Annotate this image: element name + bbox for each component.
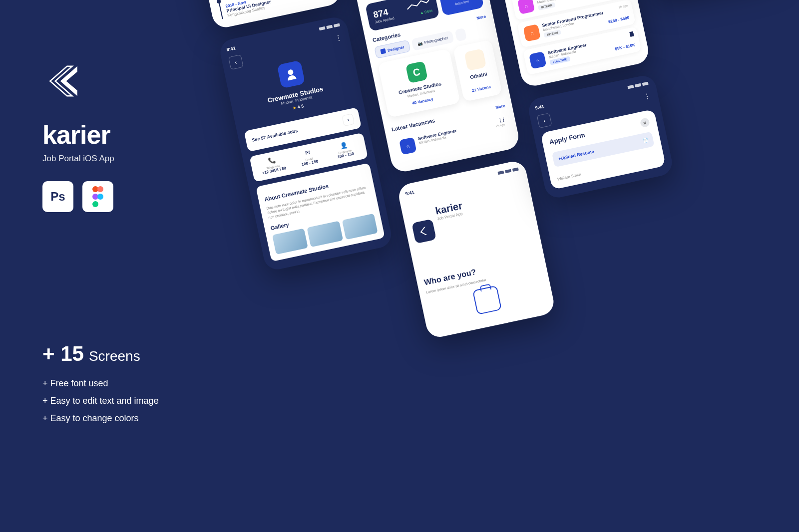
stat-interview[interactable]: 34 Interview bbox=[438, 0, 484, 16]
bookmark-icon[interactable] bbox=[499, 117, 504, 123]
app-logo bbox=[411, 219, 436, 244]
photoshop-icon: Ps bbox=[42, 181, 73, 212]
bookmark-icon[interactable] bbox=[629, 31, 634, 37]
category-chip[interactable] bbox=[454, 28, 467, 42]
company-logo: C bbox=[405, 61, 428, 83]
brand-name: karier bbox=[42, 120, 212, 150]
category-chip[interactable]: Designer bbox=[374, 40, 411, 59]
job-logo: ∩ bbox=[517, 0, 535, 14]
company-logo bbox=[277, 60, 305, 88]
apply-screen: 9:41 ‹ ⋮ ✕ Apply Form +Upload Resume 📄 W… bbox=[526, 73, 675, 200]
gallery-image[interactable] bbox=[272, 228, 308, 255]
designer-icon bbox=[380, 48, 386, 54]
search-screen: 9:41 ‹ Search Designer ✕ All Fulltime Fr… bbox=[486, 0, 651, 88]
figma-icon bbox=[82, 181, 113, 212]
briefcase-icon[interactable] bbox=[472, 285, 502, 314]
company-detail-screen: 9:41 ‹ ⋮ Crewmate Studios Medan, Indones… bbox=[218, 15, 394, 272]
svg-point-3 bbox=[97, 194, 103, 200]
splash-screen: 9:41 karier Job Portal App Who are you? … bbox=[397, 159, 556, 339]
back-button[interactable]: ‹ bbox=[228, 54, 244, 70]
brand-logo bbox=[42, 60, 85, 102]
svg-point-1 bbox=[97, 186, 103, 192]
job-logo: ∩ bbox=[523, 24, 541, 42]
more-link[interactable]: More bbox=[476, 14, 486, 20]
brand-subtitle: Job Portal iOS App bbox=[42, 154, 212, 164]
more-menu-icon[interactable]: ⋮ bbox=[643, 91, 653, 106]
gallery-image[interactable] bbox=[342, 214, 378, 240]
more-link[interactable]: More bbox=[495, 103, 506, 110]
screens-count: + 15 Screens bbox=[42, 342, 212, 366]
company-card[interactable]: Othathi 21 Vacanc bbox=[452, 39, 502, 102]
chevron-right-icon: › bbox=[342, 113, 355, 126]
camera-icon: 📷 bbox=[417, 41, 423, 46]
svg-point-5 bbox=[287, 69, 294, 75]
company-card[interactable]: C Crewmate Studios Medan, Indonesia 40 V… bbox=[378, 48, 460, 118]
feature-list: Free font used Easy to edit text and ima… bbox=[42, 378, 212, 424]
gallery-image[interactable] bbox=[307, 221, 343, 248]
job-logo: ∩ bbox=[529, 51, 547, 69]
job-logo: ∩ bbox=[399, 137, 417, 155]
more-menu-icon[interactable]: ⋮ bbox=[334, 33, 344, 47]
svg-point-4 bbox=[92, 201, 98, 207]
back-button[interactable]: ‹ bbox=[537, 113, 552, 128]
categories-heading: Categories bbox=[372, 31, 401, 43]
company-logo bbox=[464, 48, 486, 71]
file-icon: 📄 bbox=[642, 137, 649, 143]
